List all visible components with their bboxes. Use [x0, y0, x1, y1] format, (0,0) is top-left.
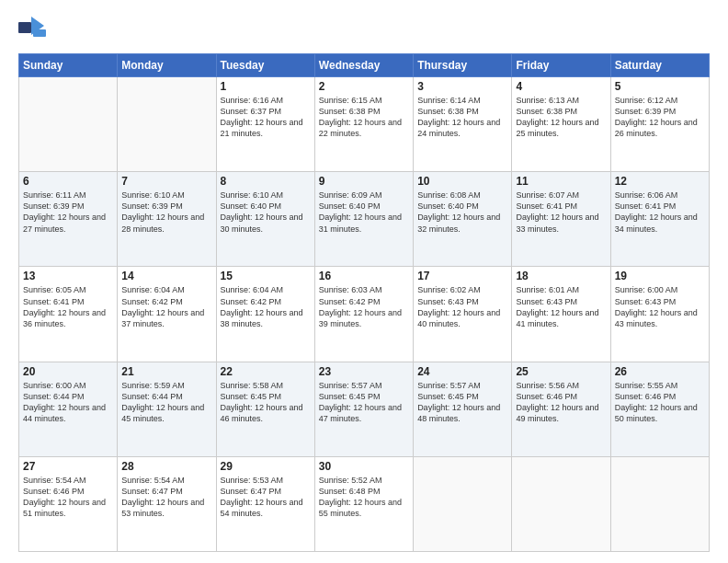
- table-row: 12Sunrise: 6:06 AMSunset: 6:41 PMDayligh…: [610, 172, 709, 267]
- day-info: Sunrise: 6:04 AMSunset: 6:42 PMDaylight:…: [121, 284, 211, 329]
- table-row: 20Sunrise: 6:00 AMSunset: 6:44 PMDayligh…: [19, 362, 118, 456]
- table-row: [610, 456, 709, 551]
- day-number: 21: [121, 365, 211, 378]
- day-number: 26: [615, 365, 705, 378]
- day-info: Sunrise: 5:52 AMSunset: 6:48 PMDaylight:…: [319, 475, 409, 520]
- table-row: 13Sunrise: 6:05 AMSunset: 6:41 PMDayligh…: [19, 267, 118, 362]
- day-info: Sunrise: 5:53 AMSunset: 6:47 PMDaylight:…: [221, 475, 311, 520]
- table-row: 19Sunrise: 6:00 AMSunset: 6:43 PMDayligh…: [610, 267, 709, 362]
- day-number: 18: [516, 270, 606, 282]
- table-row: 2Sunrise: 6:15 AMSunset: 6:38 PMDaylight…: [314, 77, 413, 172]
- day-number: 28: [121, 460, 211, 473]
- table-row: [414, 456, 512, 551]
- day-info: Sunrise: 6:16 AMSunset: 6:37 PMDaylight:…: [221, 95, 311, 140]
- day-number: 9: [319, 175, 409, 188]
- day-info: Sunrise: 6:04 AMSunset: 6:42 PMDaylight:…: [221, 284, 311, 329]
- table-row: 28Sunrise: 5:54 AMSunset: 6:47 PMDayligh…: [118, 456, 216, 551]
- day-number: 11: [516, 175, 606, 188]
- day-info: Sunrise: 5:56 AMSunset: 6:46 PMDaylight:…: [516, 380, 606, 425]
- day-info: Sunrise: 6:13 AMSunset: 6:38 PMDaylight:…: [516, 95, 606, 140]
- table-row: [19, 77, 118, 172]
- day-info: Sunrise: 6:10 AMSunset: 6:40 PMDaylight:…: [221, 190, 311, 235]
- day-number: 30: [319, 460, 409, 473]
- day-info: Sunrise: 6:08 AMSunset: 6:40 PMDaylight:…: [417, 190, 507, 235]
- table-row: 24Sunrise: 5:57 AMSunset: 6:45 PMDayligh…: [414, 362, 512, 456]
- day-info: Sunrise: 6:11 AMSunset: 6:39 PMDaylight:…: [23, 190, 113, 235]
- col-monday: Monday: [118, 54, 216, 77]
- day-info: Sunrise: 6:10 AMSunset: 6:39 PMDaylight:…: [121, 190, 211, 235]
- col-friday: Friday: [512, 54, 610, 77]
- table-row: 27Sunrise: 5:54 AMSunset: 6:46 PMDayligh…: [19, 456, 118, 551]
- table-row: 22Sunrise: 5:58 AMSunset: 6:45 PMDayligh…: [216, 362, 314, 456]
- day-number: 16: [319, 270, 409, 282]
- day-info: Sunrise: 5:57 AMSunset: 6:45 PMDaylight:…: [417, 380, 507, 425]
- calendar-week-row: 20Sunrise: 6:00 AMSunset: 6:44 PMDayligh…: [19, 362, 710, 456]
- day-number: 23: [319, 365, 409, 378]
- calendar-week-row: 6Sunrise: 6:11 AMSunset: 6:39 PMDaylight…: [19, 172, 710, 267]
- col-thursday: Thursday: [414, 54, 512, 77]
- table-row: 25Sunrise: 5:56 AMSunset: 6:46 PMDayligh…: [512, 362, 610, 456]
- day-number: 29: [221, 460, 311, 473]
- day-number: 13: [23, 270, 113, 282]
- col-wednesday: Wednesday: [314, 54, 413, 77]
- table-row: 9Sunrise: 6:09 AMSunset: 6:40 PMDaylight…: [314, 172, 413, 267]
- day-info: Sunrise: 5:59 AMSunset: 6:44 PMDaylight:…: [121, 380, 211, 425]
- day-info: Sunrise: 6:06 AMSunset: 6:41 PMDaylight:…: [615, 190, 705, 235]
- table-row: [118, 77, 216, 172]
- header: [18, 17, 710, 42]
- day-number: 27: [23, 460, 113, 473]
- day-info: Sunrise: 6:09 AMSunset: 6:40 PMDaylight:…: [319, 190, 409, 235]
- table-row: 6Sunrise: 6:11 AMSunset: 6:39 PMDaylight…: [19, 172, 118, 267]
- day-number: 24: [417, 365, 507, 378]
- table-row: [512, 456, 610, 551]
- table-row: 5Sunrise: 6:12 AMSunset: 6:39 PMDaylight…: [610, 77, 709, 172]
- calendar-week-row: 13Sunrise: 6:05 AMSunset: 6:41 PMDayligh…: [19, 267, 710, 362]
- day-info: Sunrise: 5:54 AMSunset: 6:46 PMDaylight:…: [23, 475, 113, 520]
- col-saturday: Saturday: [610, 54, 709, 77]
- day-number: 19: [615, 270, 705, 282]
- table-row: 7Sunrise: 6:10 AMSunset: 6:39 PMDaylight…: [118, 172, 216, 267]
- table-row: 10Sunrise: 6:08 AMSunset: 6:40 PMDayligh…: [414, 172, 512, 267]
- day-info: Sunrise: 6:12 AMSunset: 6:39 PMDaylight:…: [615, 95, 705, 140]
- day-info: Sunrise: 5:58 AMSunset: 6:45 PMDaylight:…: [221, 380, 311, 425]
- col-sunday: Sunday: [19, 54, 118, 77]
- table-row: 1Sunrise: 6:16 AMSunset: 6:37 PMDaylight…: [216, 77, 314, 172]
- day-number: 6: [23, 175, 113, 188]
- day-number: 12: [615, 175, 705, 188]
- logo-icon: [18, 17, 48, 42]
- calendar-week-row: 1Sunrise: 6:16 AMSunset: 6:37 PMDaylight…: [19, 77, 710, 172]
- table-row: 14Sunrise: 6:04 AMSunset: 6:42 PMDayligh…: [118, 267, 216, 362]
- table-row: 17Sunrise: 6:02 AMSunset: 6:43 PMDayligh…: [414, 267, 512, 362]
- table-row: 21Sunrise: 5:59 AMSunset: 6:44 PMDayligh…: [118, 362, 216, 456]
- table-row: 26Sunrise: 5:55 AMSunset: 6:46 PMDayligh…: [610, 362, 709, 456]
- table-row: 11Sunrise: 6:07 AMSunset: 6:41 PMDayligh…: [512, 172, 610, 267]
- col-tuesday: Tuesday: [216, 54, 314, 77]
- table-row: 15Sunrise: 6:04 AMSunset: 6:42 PMDayligh…: [216, 267, 314, 362]
- day-number: 2: [319, 80, 409, 93]
- logo: [18, 17, 51, 42]
- table-row: 30Sunrise: 5:52 AMSunset: 6:48 PMDayligh…: [314, 456, 413, 551]
- day-info: Sunrise: 6:00 AMSunset: 6:43 PMDaylight:…: [615, 284, 705, 329]
- table-row: 16Sunrise: 6:03 AMSunset: 6:42 PMDayligh…: [314, 267, 413, 362]
- day-number: 3: [417, 80, 507, 93]
- calendar-header-row: Sunday Monday Tuesday Wednesday Thursday…: [19, 54, 710, 77]
- table-row: 23Sunrise: 5:57 AMSunset: 6:45 PMDayligh…: [314, 362, 413, 456]
- day-info: Sunrise: 6:00 AMSunset: 6:44 PMDaylight:…: [23, 380, 113, 425]
- day-number: 22: [221, 365, 311, 378]
- table-row: 3Sunrise: 6:14 AMSunset: 6:38 PMDaylight…: [414, 77, 512, 172]
- day-number: 4: [516, 80, 606, 93]
- day-info: Sunrise: 6:14 AMSunset: 6:38 PMDaylight:…: [417, 95, 507, 140]
- day-number: 10: [417, 175, 507, 188]
- table-row: 4Sunrise: 6:13 AMSunset: 6:38 PMDaylight…: [512, 77, 610, 172]
- day-info: Sunrise: 6:07 AMSunset: 6:41 PMDaylight:…: [516, 190, 606, 235]
- day-info: Sunrise: 5:55 AMSunset: 6:46 PMDaylight:…: [615, 380, 705, 425]
- svg-rect-2: [33, 29, 46, 37]
- day-info: Sunrise: 5:57 AMSunset: 6:45 PMDaylight:…: [319, 380, 409, 425]
- svg-rect-0: [18, 22, 31, 33]
- day-info: Sunrise: 6:02 AMSunset: 6:43 PMDaylight:…: [417, 284, 507, 329]
- day-number: 7: [121, 175, 211, 188]
- table-row: 8Sunrise: 6:10 AMSunset: 6:40 PMDaylight…: [216, 172, 314, 267]
- day-number: 8: [221, 175, 311, 188]
- day-number: 1: [221, 80, 311, 93]
- day-number: 25: [516, 365, 606, 378]
